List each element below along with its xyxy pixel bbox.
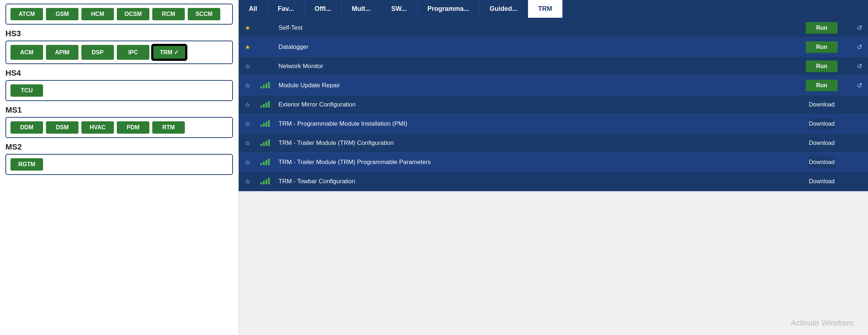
star-row1[interactable]: ★ [239, 18, 256, 38]
download-button[interactable]: Download [809, 176, 834, 187]
refresh-icon[interactable]: ↺ [857, 24, 862, 32]
star-empty-icon: ☆ [245, 82, 250, 89]
refresh-row7 [851, 134, 868, 153]
tab-trm[interactable]: TRM [528, 0, 563, 18]
table-row: ☆ TRM - Trailer Module (TRM) Configurati… [239, 134, 868, 153]
refresh-row6 [851, 114, 868, 134]
signal-row6 [256, 114, 274, 134]
module-btn-ipc[interactable]: IPC [117, 45, 149, 60]
row-name-row9: TRM - Towbar Configuration [274, 172, 793, 191]
action-row9[interactable]: Download [793, 172, 851, 191]
star-row3[interactable]: ☆ [239, 57, 256, 76]
refresh-row4[interactable]: ↺ [851, 76, 868, 95]
signal-row1 [256, 18, 274, 38]
signal-row4 [256, 76, 274, 95]
row-name-row4: Module Update Repair [274, 76, 793, 95]
right-panel: AllFav...Offl...Mult...SW...Programma...… [239, 0, 868, 335]
tab-guided[interactable]: Guided... [480, 0, 528, 18]
run-button[interactable]: Run [806, 41, 837, 53]
action-row6[interactable]: Download [793, 114, 851, 134]
star-empty-icon: ☆ [245, 63, 250, 70]
module-btn-hvac[interactable]: HVAC [81, 121, 114, 134]
star-filled-icon: ★ [245, 44, 250, 51]
action-row4[interactable]: Run [793, 76, 851, 95]
signal-row8 [256, 153, 274, 172]
tab-bar: AllFav...Offl...Mult...SW...Programma...… [239, 0, 868, 18]
module-btn-apim[interactable]: APIM [46, 45, 78, 60]
module-btn-ddm[interactable]: DDM [10, 121, 43, 134]
star-row6[interactable]: ☆ [239, 114, 256, 134]
table-row: ☆ TRM - Programmable Module Installation… [239, 114, 868, 134]
signal-icon [260, 120, 270, 127]
row-name-row6: TRM - Programmable Module Installation (… [274, 114, 793, 134]
module-box-ms2: RGTM [5, 154, 233, 175]
star-empty-icon: ☆ [245, 101, 250, 108]
action-row7[interactable]: Download [793, 134, 851, 153]
watermark: Activate Windows [791, 318, 854, 328]
tab-all[interactable]: All [239, 0, 268, 18]
section-title-ms1: MS1 [5, 105, 233, 115]
section-title-ms2: MS2 [5, 142, 233, 152]
refresh-row8 [851, 153, 868, 172]
module-btn-dsm[interactable]: DSM [46, 121, 78, 134]
module-btn-dsp[interactable]: DSP [81, 45, 114, 60]
module-btn-rcm[interactable]: RCM [152, 8, 185, 20]
star-empty-icon: ☆ [245, 178, 250, 185]
action-row8[interactable]: Download [793, 153, 851, 172]
refresh-row3[interactable]: ↺ [851, 57, 868, 76]
run-button[interactable]: Run [806, 80, 837, 91]
download-button[interactable]: Download [809, 99, 834, 110]
download-button[interactable]: Download [809, 118, 834, 130]
table-row: ☆Network MonitorRun↺ [239, 57, 868, 76]
download-button[interactable]: Download [809, 156, 834, 168]
star-empty-icon: ☆ [245, 121, 250, 127]
tab-sw[interactable]: SW... [381, 0, 417, 18]
refresh-row2[interactable]: ↺ [851, 38, 868, 57]
refresh-icon[interactable]: ↺ [857, 63, 862, 70]
module-btn-rgtm[interactable]: RGTM [10, 158, 43, 171]
action-row2[interactable]: Run [793, 38, 851, 57]
module-btn-trm[interactable]: TRM ✓ [152, 45, 186, 60]
star-row5[interactable]: ☆ [239, 95, 256, 114]
module-btn-tcu[interactable]: TCU [10, 84, 43, 97]
download-button[interactable]: Download [809, 137, 834, 149]
tab-offl[interactable]: Offl... [305, 0, 342, 18]
tab-programma[interactable]: Programma... [417, 0, 480, 18]
tab-mult[interactable]: Mult... [342, 0, 381, 18]
module-btn-hcm[interactable]: HCM [81, 8, 114, 20]
action-row3[interactable]: Run [793, 57, 851, 76]
star-filled-icon: ★ [245, 25, 250, 32]
signal-icon [260, 177, 270, 184]
row-name-row2: Datalogger [274, 38, 793, 57]
star-empty-icon: ☆ [245, 159, 250, 166]
module-btn-sccm[interactable]: SCCM [188, 8, 220, 20]
signal-icon [260, 139, 270, 146]
section-title-hs4: HS4 [5, 68, 233, 78]
signal-row2 [256, 38, 274, 57]
star-row8[interactable]: ☆ [239, 153, 256, 172]
star-row2[interactable]: ★ [239, 38, 256, 57]
module-btn-acm[interactable]: ACM [10, 45, 43, 60]
signal-icon [260, 158, 270, 165]
refresh-row1[interactable]: ↺ [851, 18, 868, 38]
module-btn-pdm[interactable]: PDM [117, 121, 149, 134]
refresh-icon[interactable]: ↺ [857, 82, 862, 89]
row-name-row1: Self-Test [274, 18, 793, 38]
action-row5[interactable]: Download [793, 95, 851, 114]
run-button[interactable]: Run [806, 60, 837, 72]
module-box-ms1: DDMDSMHVACPDMRTM [5, 117, 233, 138]
star-row9[interactable]: ☆ [239, 172, 256, 191]
action-row1[interactable]: Run [793, 18, 851, 38]
table-row: ☆ Module Update RepairRun↺ [239, 76, 868, 95]
row-name-row8: TRM - Trailer Module (TRM) Programmable … [274, 153, 793, 172]
module-btn-ocsm[interactable]: OCSM [117, 8, 149, 20]
module-btn-gsm[interactable]: GSM [46, 8, 78, 20]
module-box-hs2: ATCMGSMHCMOCSMRCMSCCM [5, 4, 233, 25]
run-button[interactable]: Run [806, 22, 837, 34]
refresh-icon[interactable]: ↺ [857, 43, 862, 51]
star-row4[interactable]: ☆ [239, 76, 256, 95]
module-btn-rtm[interactable]: RTM [152, 121, 185, 134]
module-btn-atcm[interactable]: ATCM [10, 8, 43, 20]
star-row7[interactable]: ☆ [239, 134, 256, 153]
tab-fav[interactable]: Fav... [268, 0, 305, 18]
